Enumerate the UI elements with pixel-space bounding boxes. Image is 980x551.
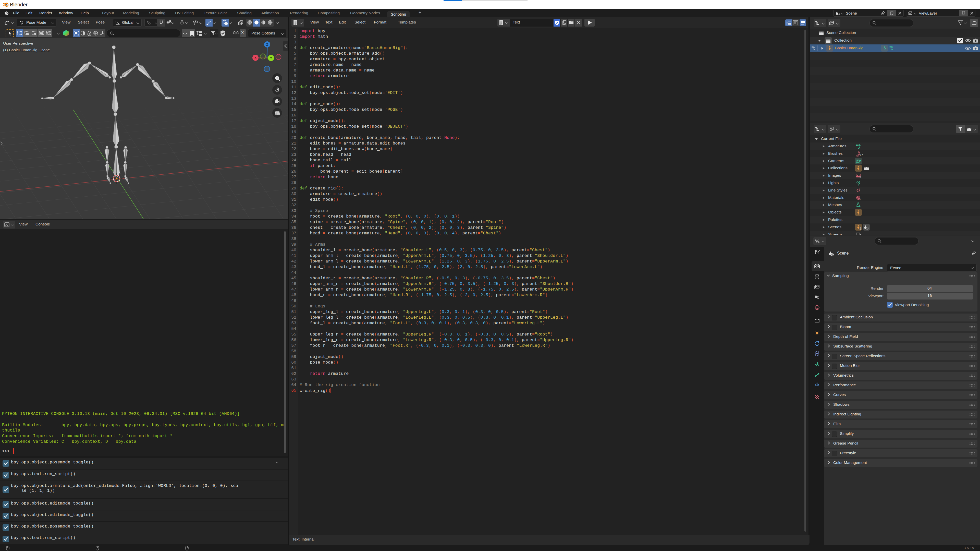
svg-text:1: 1 [786,21,788,23]
svg-text:Z: Z [266,43,268,46]
svg-text:2: 2 [786,23,788,25]
svg-text:Y: Y [270,56,272,60]
svg-text:X: X [255,56,257,60]
